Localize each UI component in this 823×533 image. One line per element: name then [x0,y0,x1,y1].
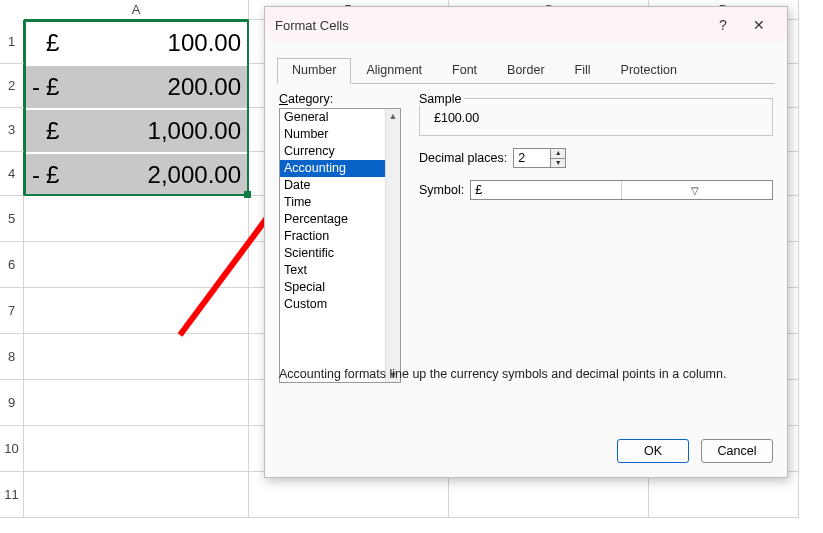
tab-protection[interactable]: Protection [606,58,692,84]
sample-label: Sample [419,92,464,106]
spin-down-icon[interactable]: ▼ [551,159,565,168]
cell-A8[interactable] [24,334,249,380]
tab-font[interactable]: Font [437,58,492,84]
category-percentage[interactable]: Percentage [280,211,400,228]
tab-fill[interactable]: Fill [560,58,606,84]
value-A1[interactable]: £ 100.00 [26,22,247,64]
scroll-up-icon[interactable]: ▲ [389,109,398,123]
close-button[interactable]: ✕ [741,11,777,39]
category-accounting[interactable]: Accounting [280,160,400,177]
row-header-9[interactable]: 9 [0,380,24,426]
cell-A9[interactable] [24,380,249,426]
decimal-places-field[interactable] [514,149,550,167]
value-A4[interactable]: - £ 2,000.00 [26,154,247,196]
cell-number: 100.00 [70,29,241,57]
currency-sign: £ [46,29,70,57]
category-currency[interactable]: Currency [280,143,400,160]
value-A3[interactable]: £ 1,000.00 [26,110,247,152]
row-header-11[interactable]: 11 [0,472,24,518]
category-scientific[interactable]: Scientific [280,245,400,262]
row-header-1[interactable]: 1 [0,20,24,64]
category-special[interactable]: Special [280,279,400,296]
dialog-tabs: Number Alignment Font Border Fill Protec… [265,43,787,83]
sample-value: £100.00 [434,111,479,125]
help-button[interactable]: ? [705,11,741,39]
dialog-title: Format Cells [275,18,705,33]
currency-sign: £ [46,161,70,189]
cell-B11[interactable] [249,472,449,518]
category-text[interactable]: Text [280,262,400,279]
cell-C11[interactable] [449,472,649,518]
col-header-A[interactable]: A [24,0,249,20]
symbol-label: Symbol: [419,183,464,197]
spin-up-icon[interactable]: ▲ [551,149,565,159]
symbol-select[interactable]: £ ▽ [470,180,773,200]
category-label: Category: [279,92,401,106]
dialog-titlebar[interactable]: Format Cells ? ✕ [265,7,787,43]
ok-button[interactable]: OK [617,439,689,463]
neg-sign: - [32,161,46,189]
row-header-3[interactable]: 3 [0,108,24,152]
format-cells-dialog: Format Cells ? ✕ Number Alignment Font B… [264,6,788,478]
category-scrollbar[interactable]: ▲ ▼ [385,109,400,382]
row-header-7[interactable]: 7 [0,288,24,334]
neg-sign: - [32,73,46,101]
close-icon: ✕ [753,17,765,33]
tab-border[interactable]: Border [492,58,560,84]
decimal-places-label: Decimal places: [419,151,507,165]
cell-A5[interactable] [24,196,249,242]
tab-alignment[interactable]: Alignment [351,58,437,84]
cell-number: 200.00 [70,73,241,101]
cell-D11[interactable] [649,472,799,518]
sample-group: Sample £100.00 [419,92,773,136]
category-list[interactable]: General Number Currency Accounting Date … [279,108,401,383]
category-number[interactable]: Number [280,126,400,143]
category-custom[interactable]: Custom [280,296,400,313]
currency-sign: £ [46,117,70,145]
row-header-4[interactable]: 4 [0,152,24,196]
row-header-10[interactable]: 10 [0,426,24,472]
chevron-down-icon[interactable]: ▽ [621,181,768,199]
cancel-button[interactable]: Cancel [701,439,773,463]
row-header-2[interactable]: 2 [0,64,24,108]
category-time[interactable]: Time [280,194,400,211]
cell-number: 2,000.00 [70,161,241,189]
tab-number[interactable]: Number [277,58,351,84]
cell-A11[interactable] [24,472,249,518]
category-date[interactable]: Date [280,177,400,194]
decimal-places-input[interactable]: ▲ ▼ [513,148,566,168]
format-hint: Accounting formats line up the currency … [279,367,726,381]
category-fraction[interactable]: Fraction [280,228,400,245]
corner-cell[interactable] [0,0,24,20]
cell-number: 1,000.00 [70,117,241,145]
category-general[interactable]: General [280,109,400,126]
symbol-value: £ [475,183,621,197]
row-header-8[interactable]: 8 [0,334,24,380]
cell-A6[interactable] [24,242,249,288]
cell-A10[interactable] [24,426,249,472]
currency-sign: £ [46,73,70,101]
cell-A7[interactable] [24,288,249,334]
row-header-5[interactable]: 5 [0,196,24,242]
row-header-6[interactable]: 6 [0,242,24,288]
value-A2[interactable]: - £ 200.00 [26,66,247,108]
